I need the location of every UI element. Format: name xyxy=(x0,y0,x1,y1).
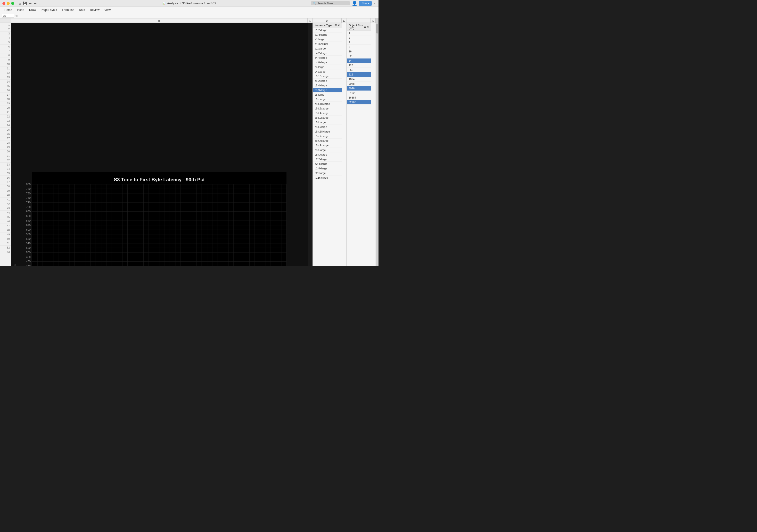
instance-type-item[interactable]: c4.large xyxy=(313,65,342,69)
redo-icon[interactable]: ↪ xyxy=(34,1,37,5)
instance-type-item[interactable]: d2.8xlarge xyxy=(313,166,342,171)
instance-type-item[interactable]: c5.4xlarge xyxy=(313,83,342,88)
instance-type-item[interactable]: a1.4xlarge xyxy=(313,33,342,37)
instance-type-item[interactable]: a1.xlarge xyxy=(313,47,342,51)
col-header-c[interactable]: C xyxy=(308,18,313,22)
clear-filter-icon[interactable]: ✕ xyxy=(338,24,340,27)
object-size-item[interactable]: 128 xyxy=(347,63,371,68)
object-size-item[interactable]: 4 xyxy=(347,40,371,45)
object-size-item[interactable]: 2048 xyxy=(347,81,371,86)
instance-type-item[interactable]: a1.medium xyxy=(313,42,342,47)
instance-type-item[interactable]: c5d.xlarge xyxy=(313,125,342,129)
clear-filter-icon[interactable]: ✕ xyxy=(367,25,369,28)
chevron-down-icon[interactable]: ▼ xyxy=(374,2,376,5)
instance-type-item[interactable]: c5d.18xlarge xyxy=(313,102,342,106)
svg-text:760: 760 xyxy=(26,192,31,195)
menu-view[interactable]: View xyxy=(103,8,112,12)
object-size-item[interactable]: 32 xyxy=(347,54,371,58)
instance-type-item[interactable]: d2.2xlarge xyxy=(313,157,342,162)
search-box[interactable]: 🔍 Search Sheet xyxy=(311,1,350,5)
instance-type-item[interactable]: c5n.4xlarge xyxy=(313,139,342,143)
object-size-item[interactable]: 8 xyxy=(347,45,371,49)
instance-type-item[interactable]: c5n.9xlarge xyxy=(313,143,342,148)
instance-type-item[interactable]: c4.xlarge xyxy=(313,69,342,74)
close-button[interactable] xyxy=(2,2,5,5)
instance-type-item[interactable]: c5.large xyxy=(313,92,342,97)
object-size-item[interactable]: 64 xyxy=(347,58,371,63)
row-number: 26 xyxy=(0,132,11,137)
titlebar-right: 🔍 Search Sheet 👤 Share ▼ xyxy=(311,1,376,6)
instance-type-item[interactable]: c5d.4xlarge xyxy=(313,111,342,115)
instance-type-item[interactable]: c5d.9xlarge xyxy=(313,115,342,120)
filter-icon[interactable]: ☰ xyxy=(335,24,337,27)
object-size-item[interactable]: 2 xyxy=(347,35,371,40)
user-icon[interactable]: 👤 xyxy=(352,1,357,6)
file-title: Analysis of S3 Performance from EC2 xyxy=(167,2,216,5)
more-icon[interactable]: ⌄ xyxy=(39,1,42,5)
instance-type-filter-icons[interactable]: ☰ ✕ xyxy=(335,24,340,27)
share-button[interactable]: Share xyxy=(359,1,372,6)
menu-insert[interactable]: Insert xyxy=(15,8,26,12)
instance-type-item[interactable]: f1.16xlarge xyxy=(313,175,342,180)
instance-type-item[interactable]: c4.8xlarge xyxy=(313,60,342,65)
object-size-item[interactable]: 512 xyxy=(347,72,371,77)
col-header-d[interactable]: D xyxy=(313,18,342,22)
instance-type-item[interactable]: c5.9xlarge xyxy=(313,88,342,92)
row-number: 35 xyxy=(0,172,11,176)
instance-type-item[interactable]: c5n.xlarge xyxy=(313,152,342,157)
object-size-item[interactable]: 16384 xyxy=(347,95,371,100)
instance-type-item[interactable]: a1.large xyxy=(313,37,342,42)
instance-type-item[interactable]: d2.4xlarge xyxy=(313,162,342,166)
svg-text:740: 740 xyxy=(26,196,31,199)
menu-formulas[interactable]: Formulas xyxy=(60,8,76,12)
menu-home[interactable]: Home xyxy=(2,8,14,12)
home-icon[interactable]: ⌂ xyxy=(19,1,21,5)
object-size-item[interactable]: 4096 xyxy=(347,86,371,91)
vertical-scrollbar[interactable] xyxy=(376,23,378,266)
instance-type-item[interactable]: a1.2xlarge xyxy=(313,28,342,33)
object-size-filter-icons[interactable]: ☰ ✕ xyxy=(364,25,369,28)
object-size-item[interactable]: 32768 xyxy=(347,100,371,105)
save-icon[interactable]: 💾 xyxy=(23,1,27,5)
menu-data[interactable]: Data xyxy=(77,8,87,12)
object-size-item[interactable]: 16 xyxy=(347,49,371,54)
instance-type-item[interactable]: c5n.2xlarge xyxy=(313,134,342,139)
menu-page-layout[interactable]: Page Layout xyxy=(39,8,59,12)
instance-type-item[interactable]: c5n.18xlarge xyxy=(313,129,342,134)
menu-review[interactable]: Review xyxy=(88,8,102,12)
menu-draw[interactable]: Draw xyxy=(27,8,38,12)
col-header-f[interactable]: F xyxy=(347,18,371,22)
object-size-item[interactable]: 1024 xyxy=(347,77,371,81)
object-size-item[interactable]: 256 xyxy=(347,68,371,72)
row-number: 22 xyxy=(0,114,11,119)
undo-icon[interactable]: ↩ xyxy=(29,1,32,5)
col-header-g[interactable]: G xyxy=(371,18,376,22)
instance-type-item[interactable]: d2.xlarge xyxy=(313,171,342,175)
col-header-b[interactable]: B xyxy=(11,18,308,22)
object-size-label: Object Size (KB) xyxy=(348,24,364,30)
instance-type-item[interactable]: c5n.large xyxy=(313,148,342,152)
instance-type-item[interactable]: c5.18xlarge xyxy=(313,74,342,78)
col-header-e[interactable]: E xyxy=(342,18,347,22)
object-size-item[interactable]: 1 xyxy=(347,31,371,35)
instance-type-item[interactable]: c5d.large xyxy=(313,120,342,125)
instance-type-item[interactable]: c4.2xlarge xyxy=(313,51,342,56)
cell-reference[interactable]: A1 xyxy=(2,14,14,18)
formula-separator: fx xyxy=(15,14,18,17)
instance-type-item[interactable]: c4.4xlarge xyxy=(313,56,342,60)
scrollbar-thumb[interactable] xyxy=(376,24,378,34)
col-g-spacer xyxy=(371,23,376,266)
filter-icon[interactable]: ☰ xyxy=(364,25,366,28)
chart-title: S3 Time to First Byte Latency - 90th Pct xyxy=(114,177,205,182)
maximize-button[interactable] xyxy=(11,2,14,5)
row-number: 17 xyxy=(0,93,11,97)
object-size-list: 1248163264128256512102420484096819216384… xyxy=(347,31,371,105)
instance-type-item[interactable]: c5.2xlarge xyxy=(313,78,342,83)
minimize-button[interactable] xyxy=(7,2,10,5)
row-number: 48 xyxy=(0,228,11,233)
object-size-item[interactable]: 8192 xyxy=(347,91,371,95)
svg-text:780: 780 xyxy=(26,187,31,190)
instance-type-item[interactable]: c5.xlarge xyxy=(313,97,342,102)
instance-type-item[interactable]: c5d.2xlarge xyxy=(313,106,342,111)
svg-text:700: 700 xyxy=(26,205,31,208)
